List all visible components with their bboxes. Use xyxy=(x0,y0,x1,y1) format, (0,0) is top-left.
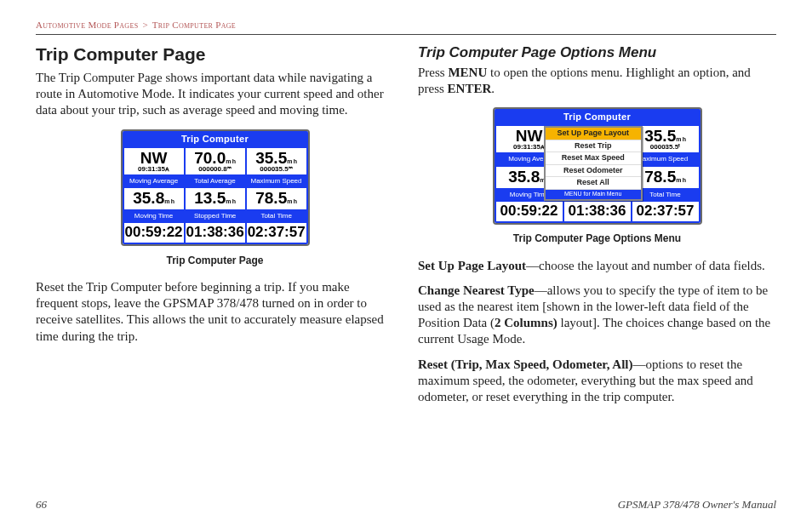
device-screenshot: Trip Computer NW 09:31:35ᴀ 70.0m h 00000… xyxy=(121,129,310,247)
device-body: Set Up Page Layout Reset Trip Reset Max … xyxy=(495,124,700,223)
tile-moving-avg: 35.8m h xyxy=(124,188,184,209)
options-intro: Press MENU to open the options menu. Hig… xyxy=(418,65,776,97)
speed2-value: 35.5m h xyxy=(248,150,306,166)
device-titlebar: Trip Computer xyxy=(123,131,308,146)
options-heading: Trip Computer Page Options Menu xyxy=(418,43,776,62)
options-popup-menu: Set Up Page Layout Reset Trip Reset Max … xyxy=(544,126,643,201)
label-max-speed: Maximum Speed xyxy=(247,176,306,186)
manual-title: GPSMAP 378/478 Owner's Manual xyxy=(618,498,776,512)
menu-item-reset-max[interactable]: Reset Max Speed xyxy=(546,152,641,165)
heading-sub: 09:31:35ᴀ xyxy=(125,166,183,173)
tile-speed2: 35.5m h 000035.5ᵐ xyxy=(247,148,306,174)
option-setup-layout: Set Up Page Layout—choose the layout and… xyxy=(418,258,776,274)
device-labels2: Moving Average Total Average Maximum Spe… xyxy=(123,176,308,211)
tile-total-time: 02:37:57 xyxy=(247,223,306,243)
figure-caption: Trip Computer Page Options Menu xyxy=(418,232,776,245)
page-title: Trip Computer Page xyxy=(36,43,394,66)
left-column: Trip Computer Page The Trip Computer Pag… xyxy=(36,43,394,414)
heading-value: NW xyxy=(125,150,183,166)
menu-footer: MENU for Main Menu xyxy=(546,190,641,199)
horizontal-rule xyxy=(36,34,776,35)
breadcrumb-section: Automotive Mode Pages xyxy=(36,20,138,30)
tile-max-speed: 78.5m h xyxy=(247,188,306,209)
intro-paragraph: The Trip Computer Page shows important d… xyxy=(36,70,394,119)
tile-total-avg: 13.5m h xyxy=(186,188,245,209)
label-stopped-time: Stopped Time xyxy=(186,211,245,221)
option-change-nearest: Change Nearest Type—allows you to specif… xyxy=(418,283,776,348)
page-footer: 66 GPSMAP 378/478 Owner's Manual xyxy=(36,498,776,512)
tile-speed: 70.0m h 000000.8ᵐ xyxy=(186,148,245,174)
menu-item-reset-all[interactable]: Reset All xyxy=(546,177,641,190)
figure-caption: Trip Computer Page xyxy=(36,254,394,267)
speed2-sub: 000035.5ᵐ xyxy=(248,166,306,173)
menu-item-reset-trip[interactable]: Reset Trip xyxy=(546,140,641,153)
page-number: 66 xyxy=(36,498,47,512)
tile-moving-time: 00:59:22 xyxy=(124,223,184,243)
speed-value: 70.0m h xyxy=(186,150,244,166)
breadcrumb-page: Trip Computer Page xyxy=(152,20,236,30)
option-reset: Reset (Trip, Max Speed, Odometer, All)—o… xyxy=(418,357,776,406)
figure-options-menu: Trip Computer Set Up Page Layout Reset T… xyxy=(418,107,776,245)
right-column: Trip Computer Page Options Menu Press ME… xyxy=(418,43,776,414)
label-total-time: Total Time xyxy=(247,211,306,221)
breadcrumb-separator: > xyxy=(142,20,148,30)
figure-trip-computer: Trip Computer NW 09:31:35ᴀ 70.0m h 00000… xyxy=(36,129,394,267)
reset-paragraph: Reset the Trip Computer before beginning… xyxy=(36,279,394,345)
menu-item-setup-layout[interactable]: Set Up Page Layout xyxy=(546,128,641,140)
tile-stopped-time: 01:38:36 xyxy=(186,223,245,243)
speed-sub: 000000.8ᵐ xyxy=(186,166,244,173)
breadcrumb: Automotive Mode Pages > Trip Computer Pa… xyxy=(36,19,776,31)
device-titlebar: Trip Computer xyxy=(495,109,700,124)
device-screenshot-options: Trip Computer Set Up Page Layout Reset T… xyxy=(493,107,702,225)
device-labels3: Moving Time Stopped Time Total Time 00:5… xyxy=(123,211,308,244)
device-row1: NW 09:31:35ᴀ 70.0m h 000000.8ᵐ 35.5m h 0… xyxy=(123,146,308,176)
label-moving-avg: Moving Average xyxy=(124,176,184,186)
menu-item-reset-odo[interactable]: Reset Odometer xyxy=(546,165,641,178)
tile-heading: NW 09:31:35ᴀ xyxy=(124,148,184,174)
label-total-avg: Total Average xyxy=(186,176,245,186)
label-moving-time: Moving Time xyxy=(124,211,184,221)
